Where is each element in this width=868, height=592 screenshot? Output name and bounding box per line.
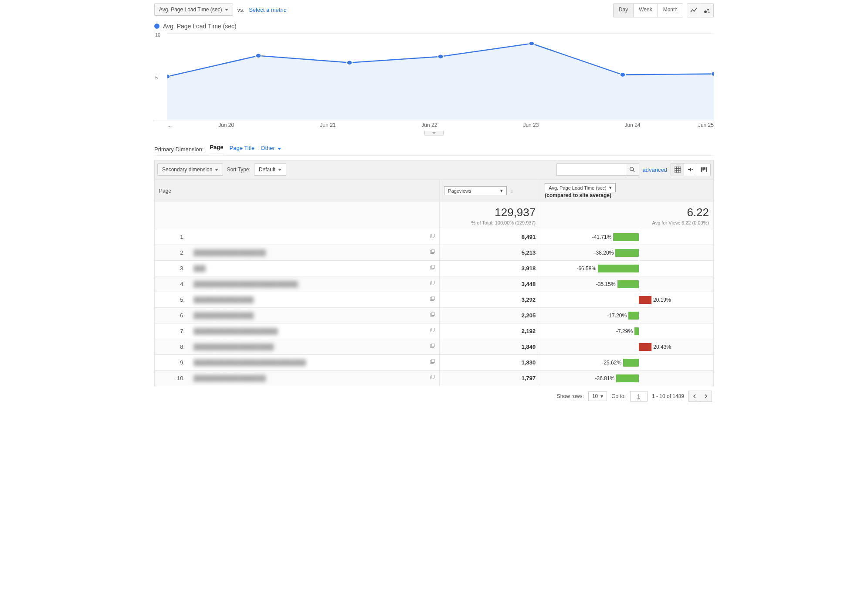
table-row[interactable]: 2.██████████████████5,213-38.20% bbox=[155, 245, 714, 261]
chevron-down-icon bbox=[432, 132, 436, 134]
popout-icon[interactable] bbox=[430, 375, 435, 381]
y-tick-10: 10 bbox=[155, 32, 160, 37]
table-row[interactable]: 1.8,491-41.71% bbox=[155, 229, 714, 245]
table-row[interactable]: 8.████████████████████1,84920.43% bbox=[155, 339, 714, 355]
primary-metric-label: Avg. Page Load Time (sec) bbox=[159, 7, 222, 13]
x-tick: Jun 20 bbox=[176, 122, 277, 128]
sort-desc-icon[interactable]: ↓ bbox=[511, 188, 513, 194]
col-header-avg-load[interactable]: Avg. Page Load Time (sec) ▾ (compared to… bbox=[540, 180, 714, 202]
row-comparison: -7.29% bbox=[540, 323, 714, 339]
popout-icon[interactable] bbox=[430, 312, 435, 319]
show-rows-select[interactable]: 10 ▾ bbox=[588, 391, 607, 401]
secondary-dimension-dropdown[interactable]: Secondary dimension bbox=[157, 163, 223, 176]
table-search-input[interactable] bbox=[556, 163, 626, 176]
svg-rect-35 bbox=[431, 296, 434, 299]
view-percentage-icon[interactable] bbox=[684, 163, 697, 176]
svg-rect-22 bbox=[701, 167, 702, 172]
table-row[interactable]: 6.███████████████2,205-17.20% bbox=[155, 308, 714, 323]
popout-icon[interactable] bbox=[430, 344, 435, 350]
table-row[interactable]: 3.███3,918-66.58% bbox=[155, 261, 714, 276]
chart-type-line-icon[interactable] bbox=[687, 4, 700, 17]
advanced-link[interactable]: advanced bbox=[643, 167, 667, 173]
table-row[interactable]: 10.██████████████████1,797-36.81% bbox=[155, 371, 714, 386]
chevron-down-icon bbox=[278, 148, 281, 150]
chart-type-motion-icon[interactable] bbox=[700, 4, 713, 17]
popout-icon[interactable] bbox=[430, 359, 435, 366]
svg-point-11 bbox=[711, 72, 714, 76]
next-page-button[interactable] bbox=[700, 391, 712, 401]
popout-icon[interactable] bbox=[430, 234, 435, 240]
row-pageviews: 5,213 bbox=[440, 245, 540, 261]
toggle-week[interactable]: Week bbox=[634, 4, 658, 17]
svg-rect-24 bbox=[704, 167, 705, 170]
svg-point-12 bbox=[630, 167, 634, 171]
row-comparison: -41.71% bbox=[540, 229, 714, 245]
summary-avg: 6.22 bbox=[545, 206, 709, 219]
row-page[interactable]: ████████████████████ bbox=[189, 339, 440, 355]
row-page[interactable] bbox=[189, 229, 440, 245]
svg-point-7 bbox=[347, 61, 353, 65]
table-row[interactable]: 9.████████████████████████████1,830-25.6… bbox=[155, 355, 714, 371]
row-comparison: -66.58% bbox=[540, 261, 714, 276]
search-button[interactable] bbox=[626, 163, 639, 176]
row-pageviews: 1,830 bbox=[440, 355, 540, 371]
row-page[interactable]: ██████████████████ bbox=[189, 371, 440, 386]
chevron-right-icon bbox=[704, 394, 708, 398]
view-table-icon[interactable] bbox=[671, 163, 684, 176]
row-index: 1. bbox=[155, 229, 190, 245]
dim-tab-other[interactable]: Other bbox=[261, 145, 281, 154]
pageviews-metric-select[interactable]: Pageviews ▾ bbox=[444, 186, 506, 195]
row-index: 6. bbox=[155, 308, 190, 323]
svg-rect-33 bbox=[431, 281, 434, 284]
table-row[interactable]: 5.███████████████3,29220.19% bbox=[155, 292, 714, 308]
row-page[interactable]: ███████████████ bbox=[189, 308, 440, 323]
row-comparison: -25.62% bbox=[540, 355, 714, 371]
row-pageviews: 8,491 bbox=[440, 229, 540, 245]
svg-point-10 bbox=[620, 73, 626, 77]
chart-expand-handle[interactable] bbox=[424, 131, 444, 136]
row-comparison: 20.43% bbox=[540, 339, 714, 355]
popout-icon[interactable] bbox=[430, 281, 435, 287]
vs-label: vs. bbox=[237, 7, 245, 13]
col-header-pageviews[interactable]: Pageviews ▾ ↓ bbox=[440, 180, 540, 202]
svg-rect-31 bbox=[431, 265, 434, 268]
row-page[interactable]: ███████████████ bbox=[189, 292, 440, 308]
table-row[interactable]: 4.██████████████████████████3,448-35.15% bbox=[155, 276, 714, 292]
chevron-down-icon bbox=[215, 169, 218, 171]
x-tick: Jun 21 bbox=[277, 122, 379, 128]
x-tick: Jun 23 bbox=[480, 122, 582, 128]
view-performance-icon[interactable] bbox=[697, 163, 710, 176]
row-page[interactable]: ████████████████████████████ bbox=[189, 355, 440, 371]
prev-page-button[interactable] bbox=[689, 391, 700, 401]
popout-icon[interactable] bbox=[430, 265, 435, 272]
svg-rect-25 bbox=[706, 167, 707, 172]
row-pageviews: 1,849 bbox=[440, 339, 540, 355]
primary-metric-dropdown[interactable]: Avg. Page Load Time (sec) bbox=[154, 3, 233, 16]
row-index: 4. bbox=[155, 276, 190, 292]
row-index: 9. bbox=[155, 355, 190, 371]
row-page[interactable]: ██████████████████ bbox=[189, 245, 440, 261]
svg-rect-43 bbox=[431, 359, 434, 362]
row-page[interactable]: ██████████████████████████ bbox=[189, 276, 440, 292]
row-comparison: -35.15% bbox=[540, 276, 714, 292]
table-row[interactable]: 7.█████████████████████2,192-7.29% bbox=[155, 323, 714, 339]
chevron-left-icon bbox=[693, 394, 696, 398]
summary-pageviews-sub: % of Total: 100.00% (129,937) bbox=[444, 220, 536, 225]
toggle-month[interactable]: Month bbox=[658, 4, 683, 17]
dim-tab-page-title[interactable]: Page Title bbox=[230, 145, 255, 154]
dim-tab-page[interactable]: Page bbox=[210, 144, 223, 154]
sort-type-dropdown[interactable]: Default bbox=[254, 163, 286, 176]
chevron-down-icon bbox=[278, 169, 281, 171]
popout-icon[interactable] bbox=[430, 328, 435, 334]
col-header-page[interactable]: Page bbox=[155, 180, 440, 202]
chevron-down-icon bbox=[225, 9, 228, 11]
avg-load-metric-select[interactable]: Avg. Page Load Time (sec) ▾ bbox=[545, 183, 615, 192]
row-page[interactable]: █████████████████████ bbox=[189, 323, 440, 339]
svg-rect-14 bbox=[675, 167, 681, 173]
toggle-day[interactable]: Day bbox=[614, 4, 634, 17]
select-metric-link[interactable]: Select a metric bbox=[249, 7, 286, 13]
popout-icon[interactable] bbox=[430, 296, 435, 303]
popout-icon[interactable] bbox=[430, 249, 435, 256]
row-page[interactable]: ███ bbox=[189, 261, 440, 276]
goto-input[interactable] bbox=[630, 391, 648, 401]
